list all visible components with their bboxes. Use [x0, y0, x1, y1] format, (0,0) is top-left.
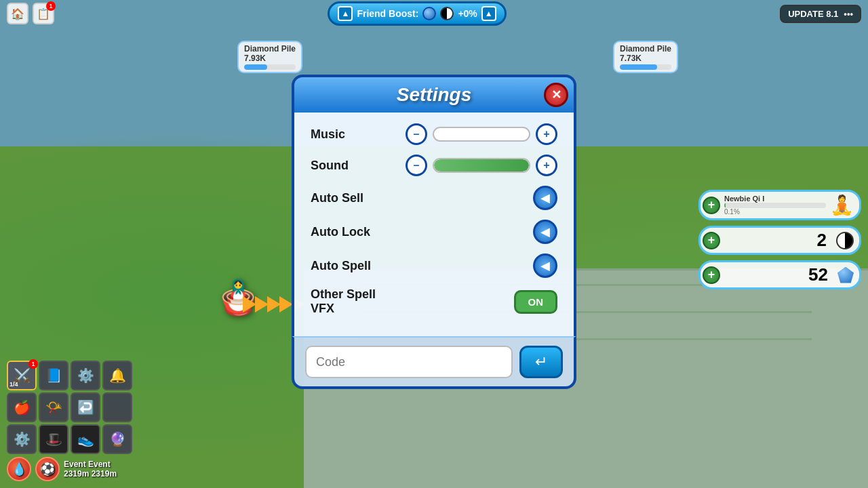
settings-title: Settings: [397, 84, 471, 105]
qi-bar-inner: Newbie Qi I 0.1%: [724, 195, 826, 216]
yinyang-plus-button[interactable]: +: [703, 232, 720, 249]
code-input[interactable]: [305, 346, 513, 378]
quest-badge: 1: [46, 1, 56, 11]
diamond-pile-left-bar: [244, 64, 267, 70]
sound-plus-button[interactable]: +: [536, 155, 557, 176]
auto-lock-arrow-button[interactable]: ◀: [533, 220, 557, 244]
other-spell-vfx-toggle[interactable]: ON: [514, 290, 558, 314]
inventory-slot-10[interactable]: 👟: [71, 424, 100, 454]
more-options-icon[interactable]: •••: [844, 9, 853, 19]
sound-label: Sound: [311, 159, 399, 173]
crystal-plus-button[interactable]: +: [703, 266, 720, 284]
inventory-slot-4[interactable]: 🍎: [7, 392, 37, 422]
auto-lock-row: Auto Lock ◀: [311, 220, 557, 244]
crystal-bar: + 52: [698, 260, 861, 289]
diamond-pile-right-value: 7.73K: [620, 54, 671, 63]
inventory-slot-8[interactable]: ⚙️: [7, 424, 37, 454]
other-spell-vfx-row: Other Spell VFX ON: [311, 287, 557, 316]
inventory-slot-0[interactable]: ⚔️ 1 1/4: [7, 361, 37, 390]
inventory-slot-11[interactable]: 🔮: [102, 424, 132, 454]
inventory-slot-1[interactable]: 📘: [39, 361, 68, 390]
auto-spell-arrow-button[interactable]: ◀: [533, 253, 557, 278]
music-row: Music – +: [311, 123, 557, 145]
auto-sell-label: Auto Sell: [311, 191, 399, 205]
diamond-pile-left: Diamond Pile 7.93K: [237, 41, 302, 73]
music-plus-button[interactable]: +: [536, 123, 557, 145]
yin-yang-small-icon: [440, 7, 454, 20]
friend-boost-label: Friend Boost:: [357, 8, 418, 19]
close-button[interactable]: ✕: [544, 83, 568, 107]
home-button[interactable]: 🏠: [7, 3, 28, 24]
crystal-value: 52: [724, 264, 833, 285]
boost-percent: +0%: [458, 8, 477, 19]
sound-slider-container: – +: [406, 155, 557, 176]
settings-body: Music – + Sound – + Auto Sell ◀: [292, 113, 576, 336]
bottom-left-hud: ⚔️ 1 1/4 📘 ⚙️ 🔔 🍎 📯 ↩️ ⚙️ 🎩 👟 🔮 💧 ⚽ Even…: [7, 361, 132, 481]
qi-bar: + Newbie Qi I 0.1% 🧘: [698, 190, 861, 220]
auto-lock-label: Auto Lock: [311, 225, 399, 239]
inventory-slot-7[interactable]: [102, 392, 132, 422]
diamond-pile-left-value: 7.93K: [244, 54, 296, 63]
music-slider-track[interactable]: [433, 127, 530, 142]
event-info: 💧 ⚽ Event Event 2319m 2319m: [7, 457, 132, 481]
yin-yang-icon: [836, 232, 854, 249]
top-bar: 🏠 📋 1 ▲ Friend Boost: +0% ▲ UPDATE 8.1 •…: [0, 0, 868, 27]
update-badge: UPDATE 8.1 •••: [780, 5, 861, 23]
submit-code-button[interactable]: ↵: [519, 346, 563, 378]
diamond-pile-right: Diamond Pile 7.73K: [613, 41, 678, 73]
qi-plus-button[interactable]: +: [703, 197, 720, 214]
auto-sell-arrow-button[interactable]: ◀: [533, 186, 557, 210]
event-water-icon: 💧: [7, 457, 31, 481]
qi-progress-fill: [724, 203, 726, 208]
boost-arrow-right[interactable]: ▲: [481, 6, 496, 21]
sound-slider-fill: [434, 159, 529, 171]
settings-title-bar: Settings ✕: [292, 75, 576, 113]
inventory-slot-6[interactable]: ↩️: [71, 392, 100, 422]
event-labels: Event Event 2319m 2319m: [64, 460, 117, 479]
yinyang-bar: + 2: [698, 226, 861, 255]
inventory-slot-9[interactable]: 🎩: [39, 424, 68, 454]
slot-0-label: 1/4: [9, 381, 18, 388]
auto-sell-row: Auto Sell ◀: [311, 186, 557, 210]
qi-label: Newbie Qi I: [724, 195, 826, 203]
yinyang-value: 2: [724, 230, 832, 251]
event-coords: 2319m 2319m: [64, 469, 117, 479]
qi-progress-label: 0.1%: [724, 208, 826, 216]
slot-0-badge: 1: [28, 359, 38, 369]
crystal-icon: [837, 267, 854, 283]
event-label: Event Event: [64, 460, 117, 469]
submit-icon: ↵: [535, 353, 547, 371]
music-slider-container: – +: [406, 123, 557, 145]
auto-spell-row: Auto Spell ◀: [311, 253, 557, 278]
inventory-slot-5[interactable]: 📯: [39, 392, 68, 422]
event-soccer-icon: ⚽: [35, 457, 60, 481]
right-hud: + Newbie Qi I 0.1% 🧘 + 2 + 52: [698, 190, 861, 289]
settings-modal: Settings ✕ Music – + Sound – +: [292, 75, 576, 389]
meditating-figure: 🧘: [830, 194, 854, 216]
sound-minus-button[interactable]: –: [406, 155, 427, 176]
qi-progress: [724, 203, 826, 208]
diamond-pile-left-label: Diamond Pile: [244, 44, 296, 54]
update-label: UPDATE 8.1: [788, 9, 838, 19]
inventory-slot-2[interactable]: ⚙️: [71, 361, 100, 390]
friend-boost-bar: ▲ Friend Boost: +0% ▲: [328, 1, 506, 26]
top-left-controls: 🏠 📋 1: [7, 3, 54, 24]
sound-slider-track[interactable]: [433, 158, 530, 173]
music-label: Music: [311, 127, 399, 142]
inventory-slot-3[interactable]: 🔔: [102, 361, 132, 390]
music-minus-button[interactable]: –: [406, 123, 427, 145]
inventory-grid: ⚔️ 1 1/4 📘 ⚙️ 🔔 🍎 📯 ↩️ ⚙️ 🎩 👟 🔮: [7, 361, 132, 454]
other-spell-vfx-label: Other Spell VFX: [311, 287, 399, 316]
diamond-pile-right-label: Diamond Pile: [620, 44, 671, 54]
sound-row: Sound – +: [311, 155, 557, 176]
auto-spell-label: Auto Spell: [311, 259, 399, 273]
boost-arrow-left[interactable]: ▲: [338, 6, 353, 21]
diamond-pile-right-bar: [620, 64, 657, 70]
quest-button[interactable]: 📋 1: [33, 3, 54, 24]
settings-footer: ↵: [292, 336, 576, 389]
gem-icon: [422, 7, 436, 20]
